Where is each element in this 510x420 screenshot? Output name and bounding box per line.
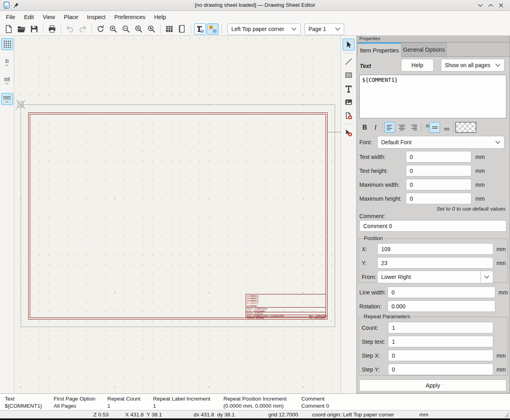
chevron-down-icon (495, 141, 500, 144)
max-width-label: Maximum width: (359, 182, 399, 188)
unit-mils-button[interactable]: mil↔ (1, 75, 13, 87)
menu-place[interactable]: Place (60, 12, 83, 22)
apply-button[interactable]: Apply (359, 379, 506, 391)
select-tool-button[interactable] (343, 39, 355, 50)
redo-button[interactable] (77, 23, 89, 35)
valign-middle-button[interactable] (429, 122, 440, 133)
zoom-to-fit-button[interactable] (133, 23, 145, 35)
font-select[interactable]: Default Font (377, 136, 504, 149)
line-width-input[interactable] (388, 286, 495, 298)
step-y-input[interactable] (388, 364, 493, 375)
rectangle-tool-button[interactable] (343, 69, 355, 81)
corner-origin-select[interactable]: Left Top paper corner (227, 23, 301, 35)
zoom-to-fit-icon (134, 25, 143, 33)
print-button[interactable] (46, 23, 58, 35)
comment-input[interactable] (359, 220, 506, 232)
grid-size: grid 12.7000 (268, 412, 298, 418)
rectangle-icon (345, 71, 353, 79)
main-area: in↔ mil↔ mm↔ ${COMMENT4} ${COMMENT3} ${C… (0, 36, 510, 393)
page-preview-button[interactable] (176, 23, 188, 35)
help-button[interactable]: Help (401, 59, 434, 72)
line-tool-button[interactable] (343, 56, 355, 68)
tab-general-options[interactable]: General Options (401, 43, 447, 57)
title-block[interactable]: ${COMMENT4} ${COMMENT3} ${COMMENT2} ${CO… (246, 294, 326, 317)
menu-edit[interactable]: Edit (19, 12, 38, 22)
align-center-button[interactable] (396, 122, 407, 133)
valign-bottom-button[interactable] (441, 122, 452, 133)
zoom-out-button[interactable] (120, 23, 132, 35)
step-x-label: Step X: (362, 352, 380, 359)
refresh-view-button[interactable] (95, 23, 107, 35)
drawing-canvas[interactable]: ${COMMENT4} ${COMMENT3} ${COMMENT2} ${CO… (14, 36, 341, 393)
preview-settings-button[interactable] (163, 23, 175, 35)
menu-preferences[interactable]: Preferences (110, 12, 150, 22)
unit-mm-button[interactable]: mm↔ (1, 93, 13, 105)
text-height-input[interactable] (406, 165, 471, 176)
font-label: Font: (359, 139, 372, 145)
add-text-button[interactable] (194, 23, 206, 35)
info-repeat-count-value: 1 (107, 403, 111, 409)
align-left-button[interactable] (384, 122, 395, 133)
new-drawing-sheet-button[interactable] (3, 23, 15, 35)
menu-inspect[interactable]: Inspect (83, 12, 110, 22)
bold-button[interactable]: B (359, 122, 370, 133)
text-width-input[interactable] (406, 151, 471, 163)
title-block-comment1-selected[interactable]: ${COMMENT1} (247, 302, 259, 304)
window-close-button[interactable] (496, 2, 505, 9)
cursor-position: X 431.8 Y 38.1 (125, 412, 162, 418)
sheet-frame-inner (30, 114, 326, 318)
page-option-value: Show on all pages (445, 62, 490, 68)
properties-panel-title[interactable]: Properties (357, 36, 510, 43)
default-values-hint: Set to 0 to use default values (436, 206, 506, 212)
delete-tool-button[interactable] (343, 127, 355, 139)
line-icon (345, 58, 353, 66)
text-section-label: Text (360, 63, 371, 69)
left-toolbar: in↔ mil↔ mm↔ (0, 36, 14, 393)
window-maximize-button[interactable] (486, 2, 495, 9)
menu-help[interactable]: Help (150, 12, 171, 22)
zoom-level: Z 0.53 (93, 412, 109, 418)
window-minimize-button[interactable] (476, 2, 485, 9)
italic-button[interactable]: I (370, 122, 381, 133)
guide-line (327, 132, 341, 132)
text-color-swatch[interactable] (456, 122, 476, 133)
rotation-input[interactable] (388, 300, 495, 312)
max-height-input[interactable] (406, 193, 471, 204)
page-option-select[interactable]: Show on all pages (441, 59, 504, 72)
position-from-select[interactable]: Lower Right (377, 271, 493, 283)
step-x-unit: mm (496, 352, 506, 359)
repeat-count-input[interactable] (388, 322, 493, 333)
tab-item-properties[interactable]: Item Properties (358, 43, 401, 57)
append-sheet-button[interactable] (343, 110, 355, 122)
menu-view[interactable]: View (38, 12, 59, 22)
grid-toggle-button[interactable] (1, 38, 13, 50)
text-tool-button[interactable] (343, 83, 355, 95)
text-icon (345, 85, 353, 93)
info-first-page-value: All Pages (54, 403, 76, 409)
resize-grip-icon[interactable] (504, 412, 509, 418)
add-text-icon (196, 25, 204, 33)
menu-file[interactable]: File (2, 12, 19, 22)
unit-inches-button[interactable]: in↔ (1, 56, 13, 68)
add-bitmap-button[interactable] (207, 23, 219, 35)
page-select[interactable]: Page 1 (304, 23, 344, 35)
step-text-input[interactable] (388, 336, 493, 347)
zoom-to-selection-button[interactable] (145, 23, 157, 35)
font-value: Default Font (381, 139, 411, 145)
position-x-input[interactable] (377, 243, 493, 255)
delete-cursor-icon (345, 129, 353, 137)
open-button[interactable] (16, 23, 27, 35)
align-left-icon (386, 124, 394, 131)
align-right-button[interactable] (408, 122, 419, 133)
undo-button[interactable] (64, 23, 76, 35)
save-button[interactable] (28, 23, 40, 35)
step-x-input[interactable] (388, 350, 493, 361)
image-tool-button[interactable] (343, 96, 355, 108)
text-content-input[interactable]: ${COMMENT1} (359, 75, 506, 118)
position-y-input[interactable] (377, 257, 493, 269)
info-repeat-label-increment-label: Repeat Label Increment (153, 396, 210, 402)
info-text-value: ${COMMENT1} (5, 403, 42, 409)
undo-icon (66, 25, 74, 33)
max-width-input[interactable] (406, 179, 471, 190)
zoom-in-button[interactable] (107, 23, 119, 35)
